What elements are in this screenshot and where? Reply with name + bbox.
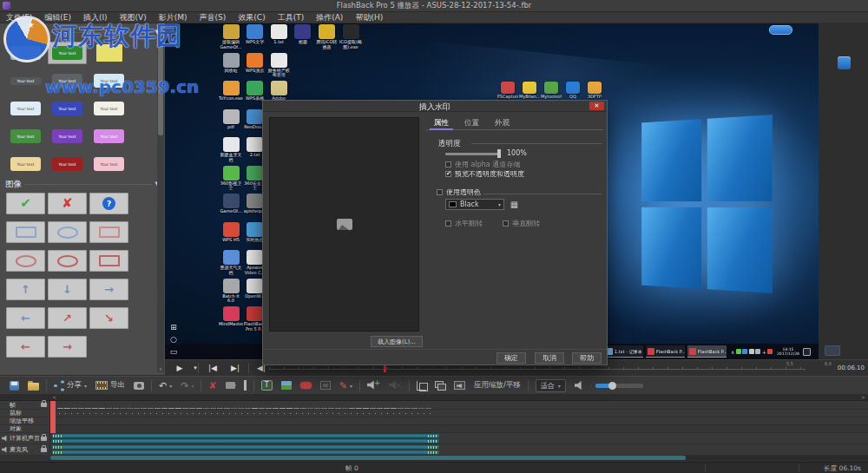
cancel-button[interactable]: 取消 [535,352,564,364]
speaker-button[interactable] [570,377,588,395]
text-shape-bubble-green[interactable]: Your text [6,125,45,148]
sound-settings-button[interactable] [450,377,470,395]
mute-button[interactable] [385,377,406,395]
desktop-icon[interactable]: WPS H5 [219,222,243,247]
image-item-ellipse-red-2[interactable] [48,250,87,272]
scroll-up-icon[interactable]: ∧ [157,38,164,43]
export-button[interactable]: 导出 [91,377,129,395]
crop-button[interactable] [412,377,431,395]
alpha-channel-checkbox[interactable]: 使用 alpha 通道存储 [445,160,520,169]
taskbar-app-button[interactable]: FlashBack P... [687,345,727,358]
fit-select[interactable]: 适合▾ [531,377,570,395]
desktop-icon[interactable]: 新建蓝牙文档 [219,137,243,162]
tray-green-icon[interactable] [736,349,741,354]
desktop-icon[interactable]: 墨迹天气文档 [219,250,243,275]
add-highlight-button[interactable] [296,377,316,395]
track-content[interactable] [50,425,868,433]
seek-playhead[interactable] [384,365,386,372]
menu-item[interactable]: 文件(F) [0,12,38,23]
image-item-arrow-up-blue[interactable]: ↑ [6,279,45,300]
preview-opacity-checkbox[interactable]: 预览不透明度和透明度 [445,169,524,179]
desktop-icon[interactable]: WPS演示 [243,53,267,78]
desktop-icon[interactable]: 财务组产权布宣传书.DOC [266,53,291,78]
ok-button[interactable]: 确定 [496,352,526,364]
image-item-arrow-left-red[interactable]: ← [6,336,45,358]
fit-select-box[interactable]: 适合▾ [536,379,566,392]
desktop-icon[interactable]: ICO提取(截图).exe [339,24,363,49]
image-item-arrow-right-blue[interactable]: → [89,279,128,300]
track-content[interactable] [50,401,868,410]
close-icon[interactable]: ✕ [589,102,604,110]
image-item-rect-blue[interactable] [6,221,45,243]
scroll-right-icon[interactable]: > [861,394,865,400]
search-button[interactable]: ○ [168,333,180,345]
checkbox-icon[interactable] [503,220,509,227]
track-label[interactable]: 对象 [0,425,50,433]
track-label[interactable]: 计算机声音 [0,433,50,444]
add-sound-button[interactable] [363,377,385,395]
desktop-icon[interactable]: pdf [219,109,243,135]
track-content[interactable] [50,433,868,444]
flip-horizontal-checkbox[interactable]: 水平翻转 [445,219,483,228]
sidebar-scrollbar[interactable]: ∧ ∨ [157,37,164,372]
tray-chevron-icon[interactable]: ∧ [731,349,734,355]
menu-item[interactable]: 编辑(E) [38,12,77,23]
tray-plus-icon[interactable]: + [762,349,766,355]
desktop-icon[interactable]: ToYcon.exe [219,81,243,106]
add-image-button[interactable] [277,377,296,395]
insert-frame-button[interactable] [240,377,251,395]
image-item-arrow-down-blue[interactable]: ↓ [48,279,87,300]
text-shape-panel-light[interactable]: Your text [6,97,45,120]
menu-item[interactable]: 影片(M) [153,12,194,23]
timeline-scrollbar[interactable] [50,456,868,461]
jump-start-button[interactable]: |◀ [205,362,220,374]
timeline-playhead[interactable] [50,401,56,433]
menu-item[interactable]: 操作(A) [310,12,349,23]
image-item-arrow-down-red[interactable]: ↘ [89,307,128,329]
menu-item[interactable]: 视图(V) [114,12,153,23]
text-shape-rect-pink[interactable]: Your text [89,153,128,175]
checkbox-icon[interactable] [445,220,451,227]
share-button[interactable]: 分享▾ [49,377,91,395]
text-shape-bubble-gray[interactable] [6,42,45,64]
desktop-icon[interactable]: 360影视卫士 [219,166,243,191]
titlebar[interactable]: FlashBack Pro 5 播放器 - ASUS-28-12-2017-13… [0,0,868,12]
text-shape-rect-white[interactable]: Your text [89,97,128,120]
notification-icon[interactable] [803,348,811,356]
tray-red-icon[interactable] [767,349,773,354]
image-item-arrow-up-red[interactable]: ↗ [48,307,87,329]
image-item-arrow-left-blue[interactable]: ← [6,307,45,329]
track-label[interactable]: 麦克风 [0,444,50,456]
scrollbar-thumb[interactable] [158,44,163,135]
desktop-icon[interactable]: 相册 [291,24,315,49]
desktop-icon[interactable]: MindMaster [219,306,243,332]
tab-属性[interactable]: 属性 [426,117,457,129]
desktop-icon[interactable]: Batch It 6.0 [219,279,243,304]
text-shape-bubble-purple[interactable]: Your text [48,125,87,148]
help-button[interactable]: 帮助 [572,352,602,364]
jump-end-button[interactable]: ▶| [227,362,243,374]
track-content[interactable] [50,410,868,417]
text-shape-rect-darkred[interactable]: Your text [48,153,87,175]
scroll-left-icon[interactable]: < [52,394,56,400]
menu-item[interactable]: 插入(I) [77,12,114,23]
add-blur-button[interactable] [316,377,335,395]
task-view-button[interactable]: ▭ [168,345,180,358]
checkbox-icon[interactable] [437,189,443,195]
image-item-cross[interactable]: ✘ [48,193,87,214]
text-shape-note-yellow[interactable] [89,42,128,64]
text-shape-rect-tan[interactable]: Your text [6,153,45,175]
add-textbox-button[interactable]: T [257,377,277,395]
text-shape-bubble-dark[interactable]: Your text [48,69,87,92]
menu-item[interactable]: 声音(S) [194,12,233,23]
volume-slider[interactable] [588,377,648,395]
add-pen-button[interactable]: ✎▾ [335,377,357,395]
taskbar-app-button[interactable]: 1.txt - 记事本 [604,345,643,358]
track-label[interactable]: 缩放平移 [0,417,50,425]
desktop-icon[interactable]: 回收站 [219,53,243,78]
image-item-rect-red[interactable] [89,221,128,243]
image-item-ellipse-blue[interactable] [48,221,87,243]
opacity-slider-handle[interactable] [497,149,501,158]
image-item-check[interactable]: ✔ [6,193,45,214]
menu-item[interactable]: 工具(T) [272,12,311,23]
